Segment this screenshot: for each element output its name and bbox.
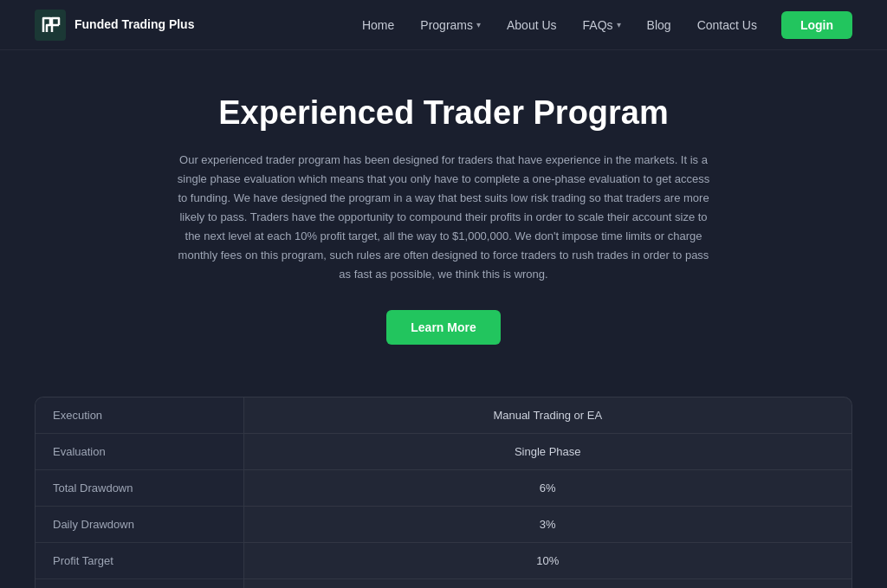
row-value: MT4/5 [243,579,851,588]
nav-blog[interactable]: Blog [637,13,682,37]
main-nav: Home Programs ▾ About Us FAQs ▾ Blog Con… [352,11,852,39]
table-row: Profit Target 10% [36,543,851,579]
row-label: Profit Target [36,543,243,579]
nav-programs[interactable]: Programs ▾ [410,13,491,37]
nav-faqs[interactable]: FAQs ▾ [573,13,631,37]
hero-description: Our experienced trader program has been … [173,151,714,285]
logo-icon [35,10,66,41]
nav-contact-us[interactable]: Contact Us [687,13,767,37]
table-row: Total Drawdown 6% [36,470,851,507]
row-value: 6% [243,470,851,507]
program-table-section: Execution Manual Trading or EA Evaluatio… [0,379,887,588]
row-label: Evaluation [36,434,243,470]
programs-chevron-icon: ▾ [476,20,481,29]
logo[interactable]: Funded Trading Plus [35,10,194,41]
hero-section: Experienced Trader Program Our experienc… [0,50,887,379]
table-row: Daily Drawdown 3% [36,507,851,543]
row-value: Single Phase [243,434,851,470]
program-table: Execution Manual Trading or EA Evaluatio… [36,397,851,588]
table-row: Evaluation Single Phase [36,434,851,470]
faqs-chevron-icon: ▾ [617,20,621,29]
row-value: 3% [243,507,851,543]
row-label: Total Drawdown [36,470,243,507]
nav-about-us[interactable]: About Us [496,13,567,37]
row-value: Manual Trading or EA [243,397,851,434]
row-label: Platform [36,579,243,588]
hero-title: Experienced Trader Program [173,94,714,133]
row-label: Execution [36,397,243,434]
header: Funded Trading Plus Home Programs ▾ Abou… [0,0,887,50]
learn-more-button[interactable]: Learn More [386,310,500,345]
table-row: Platform MT4/5 [36,579,851,588]
row-label: Daily Drawdown [36,507,243,543]
table-row: Execution Manual Trading or EA [36,397,851,434]
logo-text: Funded Trading Plus [74,17,194,32]
nav-home[interactable]: Home [352,13,405,37]
program-table-wrapper: Execution Manual Trading or EA Evaluatio… [35,397,852,588]
row-value: 10% [243,543,851,579]
login-button[interactable]: Login [781,11,852,39]
